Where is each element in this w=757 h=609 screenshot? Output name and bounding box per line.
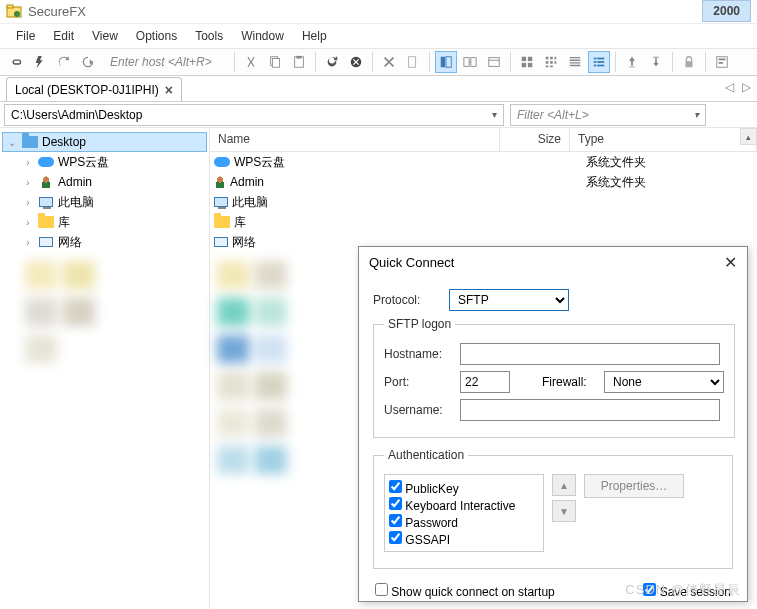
collapse-icon[interactable]: ⌄ bbox=[6, 137, 18, 148]
lock-icon[interactable] bbox=[678, 51, 700, 73]
tab-close-icon[interactable]: × bbox=[165, 82, 173, 98]
upload-icon[interactable] bbox=[621, 51, 643, 73]
tab-scroll-left-icon[interactable]: ◁ bbox=[725, 80, 734, 94]
menu-view[interactable]: View bbox=[92, 29, 118, 43]
close-icon[interactable]: ✕ bbox=[724, 253, 737, 272]
tree-item-wps[interactable]: › WPS云盘 bbox=[2, 152, 207, 172]
list-item[interactable]: Admin 系统文件夹 bbox=[210, 172, 757, 192]
svg-rect-9 bbox=[441, 57, 445, 68]
link-icon[interactable] bbox=[5, 51, 27, 73]
path-combo[interactable]: C:\Users\Admin\Desktop ▾ bbox=[4, 104, 504, 126]
tab-label: Local (DESKTOP-0J1IPHI) bbox=[15, 83, 159, 97]
folder-icon bbox=[214, 216, 230, 228]
new-file-icon[interactable] bbox=[402, 51, 424, 73]
titlebar: SecureFX bbox=[0, 0, 757, 24]
reconnect-icon[interactable] bbox=[53, 51, 75, 73]
tab-local[interactable]: Local (DESKTOP-0J1IPHI) × bbox=[6, 77, 182, 101]
chevron-down-icon: ▾ bbox=[694, 109, 699, 120]
tree-item-lib[interactable]: › 库 bbox=[2, 212, 207, 232]
move-up-icon[interactable]: ▲ bbox=[552, 474, 576, 496]
enter-host-field[interactable]: Enter host <Alt+R> bbox=[100, 55, 230, 69]
refresh-icon[interactable] bbox=[321, 51, 343, 73]
move-down-icon[interactable]: ▼ bbox=[552, 500, 576, 522]
svg-rect-16 bbox=[522, 63, 526, 67]
show-startup-check[interactable]: Show quick connect on startup bbox=[375, 583, 555, 599]
pc-icon bbox=[38, 194, 54, 210]
col-size[interactable]: Size bbox=[500, 128, 570, 151]
sftp-logon-group: SFTP logon Hostname: Port: Firewall: Non… bbox=[373, 317, 735, 438]
menu-help[interactable]: Help bbox=[302, 29, 327, 43]
filter-combo[interactable]: Filter <Alt+L> ▾ bbox=[510, 104, 706, 126]
username-input[interactable] bbox=[460, 399, 720, 421]
col-type[interactable]: Type bbox=[570, 128, 757, 151]
delete-icon[interactable] bbox=[378, 51, 400, 73]
auth-publickey-check[interactable] bbox=[389, 480, 402, 493]
list-item[interactable]: 库 bbox=[210, 212, 757, 232]
menu-window[interactable]: Window bbox=[241, 29, 284, 43]
svg-rect-31 bbox=[597, 65, 604, 67]
expand-icon[interactable]: › bbox=[22, 237, 34, 248]
folder-icon bbox=[38, 214, 54, 230]
tree-item-admin[interactable]: › Admin bbox=[2, 172, 207, 192]
scroll-up-icon[interactable]: ▴ bbox=[740, 128, 757, 145]
svg-rect-21 bbox=[546, 61, 549, 64]
expand-icon[interactable]: › bbox=[22, 177, 34, 188]
svg-rect-17 bbox=[528, 63, 532, 67]
small-icons-icon[interactable] bbox=[540, 51, 562, 73]
svg-rect-20 bbox=[555, 57, 557, 60]
detail-view-icon[interactable] bbox=[588, 51, 610, 73]
hostname-input[interactable] bbox=[460, 343, 720, 365]
folder-tree: ⌄ Desktop › WPS云盘 › Admin › 此电脑 › 库 › 网络 bbox=[0, 128, 210, 609]
protocol-label: Protocol: bbox=[373, 293, 441, 307]
svg-rect-28 bbox=[594, 61, 597, 63]
menu-tools[interactable]: Tools bbox=[195, 29, 223, 43]
svg-rect-18 bbox=[546, 57, 549, 60]
window-icon[interactable] bbox=[483, 51, 505, 73]
list-item[interactable]: 此电脑 bbox=[210, 192, 757, 212]
watermark: CSDN @伴野星辰 bbox=[625, 581, 741, 599]
menu-edit[interactable]: Edit bbox=[53, 29, 74, 43]
quick-connect-dialog: Quick Connect ✕ Protocol: SFTP SFTP logo… bbox=[358, 246, 748, 602]
paste-icon[interactable] bbox=[288, 51, 310, 73]
expand-icon[interactable]: › bbox=[22, 157, 34, 168]
firewall-select[interactable]: None bbox=[604, 371, 724, 393]
tabbar: Local (DESKTOP-0J1IPHI) × ◁ ▷ bbox=[0, 76, 757, 102]
properties-button[interactable]: Properties… bbox=[584, 474, 684, 498]
list-icon[interactable] bbox=[564, 51, 586, 73]
download-icon[interactable] bbox=[645, 51, 667, 73]
tree-item-net[interactable]: › 网络 bbox=[2, 232, 207, 252]
copy-icon[interactable] bbox=[264, 51, 286, 73]
disconnect-icon[interactable] bbox=[77, 51, 99, 73]
tree-root[interactable]: ⌄ Desktop bbox=[2, 132, 207, 152]
port-input[interactable] bbox=[460, 371, 510, 393]
tree-toggle-icon[interactable] bbox=[435, 51, 457, 73]
svg-rect-4 bbox=[272, 59, 279, 68]
cut-icon[interactable] bbox=[240, 51, 262, 73]
expand-icon[interactable]: › bbox=[22, 217, 34, 228]
menu-file[interactable]: File bbox=[16, 29, 35, 43]
svg-rect-35 bbox=[719, 62, 723, 64]
properties-icon[interactable] bbox=[711, 51, 733, 73]
tree-item-label: 网络 bbox=[58, 234, 82, 251]
auth-gssapi-check[interactable] bbox=[389, 531, 402, 544]
tree-item-pc[interactable]: › 此电脑 bbox=[2, 192, 207, 212]
svg-rect-27 bbox=[597, 58, 604, 60]
dialog-title: Quick Connect bbox=[369, 255, 454, 270]
protocol-select[interactable]: SFTP bbox=[449, 289, 569, 311]
quick-connect-icon[interactable] bbox=[29, 51, 51, 73]
firewall-label: Firewall: bbox=[542, 375, 596, 389]
stop-icon[interactable] bbox=[345, 51, 367, 73]
svg-rect-29 bbox=[597, 61, 604, 63]
list-item[interactable]: WPS云盘 系统文件夹 bbox=[210, 152, 757, 172]
auth-password-check[interactable] bbox=[389, 514, 402, 527]
sync-view-icon[interactable] bbox=[459, 51, 481, 73]
tab-scroll-right-icon[interactable]: ▷ bbox=[742, 80, 751, 94]
auth-list[interactable]: PublicKey Keyboard Interactive Password … bbox=[384, 474, 544, 552]
expand-icon[interactable]: › bbox=[22, 197, 34, 208]
large-icons-icon[interactable] bbox=[516, 51, 538, 73]
tree-root-label: Desktop bbox=[42, 135, 86, 149]
menu-options[interactable]: Options bbox=[136, 29, 177, 43]
col-name[interactable]: Name bbox=[210, 128, 500, 151]
auth-keyboard-check[interactable] bbox=[389, 497, 402, 510]
svg-rect-15 bbox=[528, 57, 532, 61]
